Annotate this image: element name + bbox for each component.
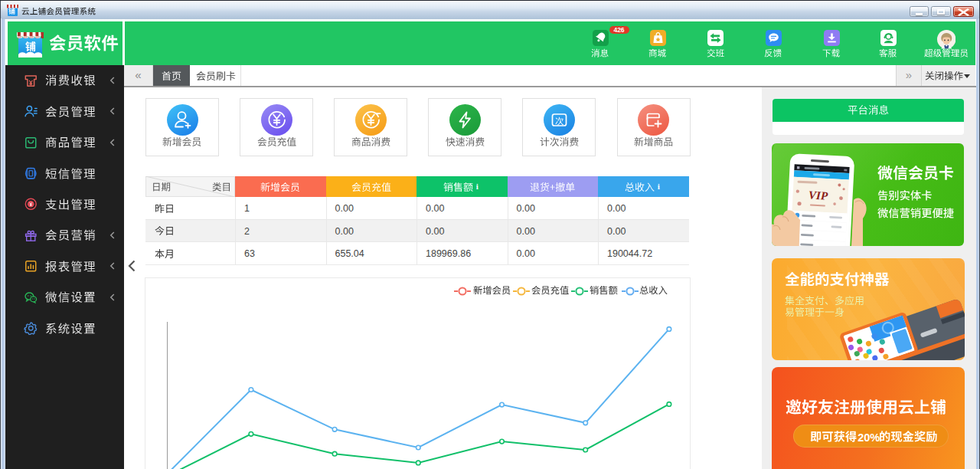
svg-text:VIP: VIP [808, 189, 829, 202]
